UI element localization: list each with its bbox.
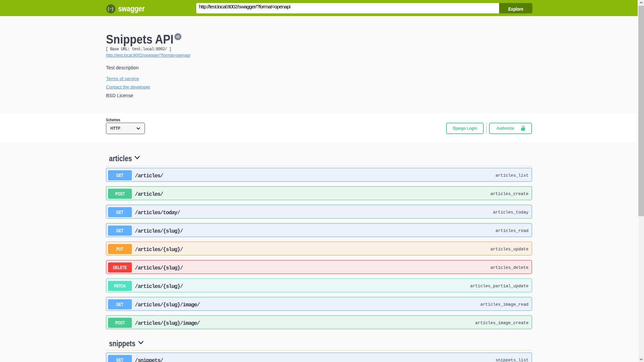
svg-text:{: { [108, 6, 109, 11]
svg-text:}: } [112, 6, 113, 11]
